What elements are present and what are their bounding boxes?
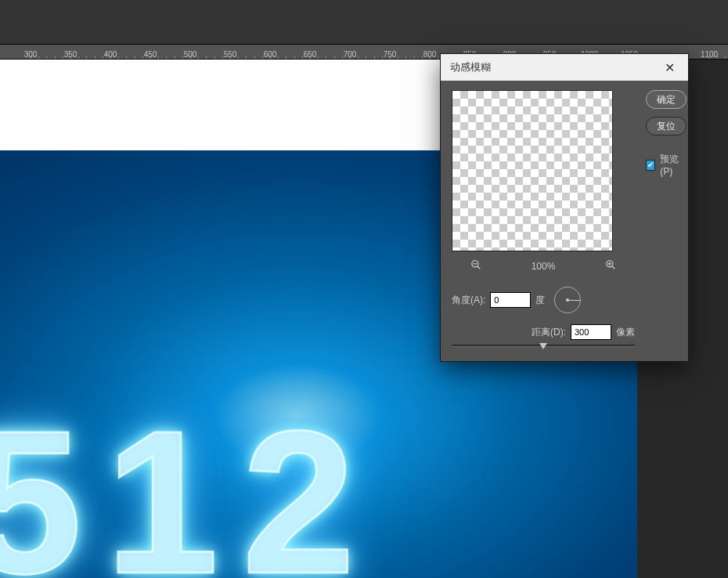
- distance-slider[interactable]: [452, 345, 635, 347]
- ruler-tick: 600: [264, 50, 277, 59]
- dialog-left-column: 100% 角度(A): 度 距离(D): 像素: [452, 90, 635, 347]
- svg-line-4: [612, 266, 615, 269]
- ruler-tick: 750: [384, 50, 397, 59]
- ruler-tick: 500: [184, 50, 197, 59]
- angle-label: 角度(A):: [452, 294, 485, 307]
- distance-label: 距离(D):: [532, 326, 566, 339]
- slider-thumb[interactable]: [539, 343, 547, 349]
- motion-blur-dialog: 动感模糊 ✕ 100% 角度(A): 度: [440, 53, 689, 362]
- ruler-tick: 450: [144, 50, 157, 59]
- close-icon[interactable]: ✕: [660, 60, 679, 75]
- preview-checkbox[interactable]: ✔: [646, 160, 655, 171]
- zoom-level-label: 100%: [532, 261, 556, 272]
- svg-line-1: [478, 266, 481, 269]
- preview-checkbox-row[interactable]: ✔ 预览(P): [646, 153, 687, 177]
- dialog-right-column: 确定 复位 ✔ 预览(P): [646, 90, 687, 347]
- app-top-area: [0, 0, 728, 44]
- ruler-tick: 550: [224, 50, 237, 59]
- reset-button[interactable]: 复位: [646, 117, 687, 135]
- distance-row: 距离(D): 像素: [452, 324, 635, 340]
- checker-pattern: [452, 91, 612, 251]
- ruler-tick: 300: [24, 50, 38, 59]
- zoom-controls: 100%: [470, 259, 616, 273]
- canvas-text: 512: [0, 385, 379, 578]
- zoom-in-icon[interactable]: [605, 259, 616, 273]
- ruler-tick: 800: [423, 50, 437, 59]
- distance-input[interactable]: [571, 324, 611, 340]
- zoom-out-icon[interactable]: [470, 259, 481, 273]
- angle-dial[interactable]: [554, 287, 581, 313]
- angle-input[interactable]: [490, 292, 531, 308]
- ruler-tick: 1100: [701, 50, 718, 59]
- dialog-title: 动感模糊: [450, 60, 491, 74]
- ruler-tick: 650: [304, 50, 317, 59]
- dialog-header[interactable]: 动感模糊 ✕: [441, 54, 688, 81]
- ruler-tick: 350: [64, 50, 77, 59]
- angle-unit: 度: [535, 294, 545, 307]
- dialog-body: 100% 角度(A): 度 距离(D): 像素: [441, 81, 688, 361]
- angle-row: 角度(A): 度: [452, 287, 635, 313]
- ruler-tick: 400: [104, 50, 117, 59]
- ok-button[interactable]: 确定: [646, 90, 687, 109]
- distance-unit: 像素: [616, 326, 635, 339]
- preview-label: 预览(P): [660, 153, 687, 177]
- ruler-tick: 700: [344, 50, 357, 59]
- preview-thumbnail[interactable]: [452, 90, 613, 251]
